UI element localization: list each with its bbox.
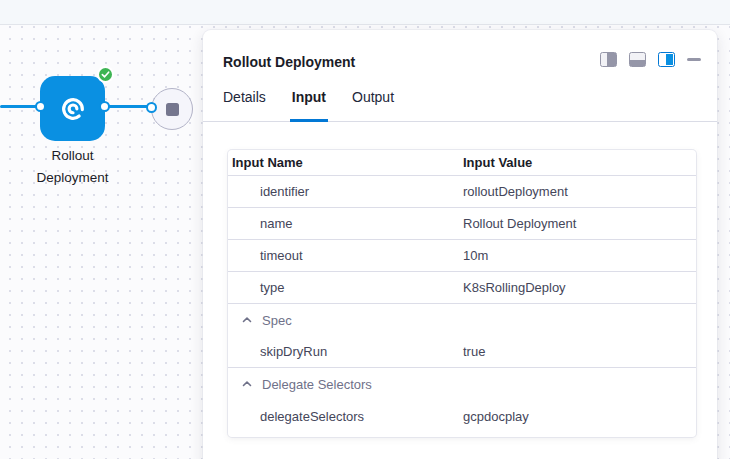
input-name-cell: identifier — [228, 184, 463, 199]
success-check-icon — [101, 70, 110, 79]
dock-right-active-icon[interactable] — [658, 52, 675, 67]
input-name-cell: delegateSelectors — [228, 409, 463, 424]
node-label-line2: Deployment — [12, 167, 133, 189]
node-label: Rollout Deployment — [12, 145, 133, 189]
node-port-left[interactable] — [35, 101, 46, 112]
input-name-cell: name — [228, 216, 463, 231]
rolling-deploy-icon — [57, 93, 89, 125]
input-row-type: typeK8sRollingDeploy — [228, 272, 696, 304]
input-row-name: nameRollout Deployment — [228, 208, 696, 240]
group-label: Spec — [262, 313, 292, 328]
end-node-port-left[interactable] — [146, 102, 157, 113]
input-value-cell: 10m — [463, 248, 696, 263]
input-value-cell: true — [463, 344, 696, 359]
column-header-input-value: Input Value — [463, 155, 696, 170]
input-table: Input Name Input Value identifierrollout… — [228, 150, 696, 437]
chevron-up-icon[interactable] — [241, 314, 253, 326]
tab-input[interactable]: Input — [292, 88, 326, 121]
group-row-spec[interactable]: Spec — [228, 304, 696, 336]
dock-bottom-icon[interactable] — [629, 52, 646, 67]
minimize-icon[interactable] — [687, 58, 701, 61]
chevron-up-icon[interactable] — [241, 378, 253, 390]
tab-output[interactable]: Output — [352, 88, 394, 121]
panel-tabbar: DetailsInputOutput — [203, 88, 717, 122]
input-row-timeout: timeout10m — [228, 240, 696, 272]
column-header-input-name: Input Name — [228, 155, 463, 170]
chevron-up-icon — [241, 314, 253, 326]
top-toolbar — [0, 0, 730, 25]
panel-body: Input Name Input Value identifierrollout… — [203, 122, 717, 437]
input-value-cell: rolloutDeployment — [463, 184, 696, 199]
group-row-delegate-selectors[interactable]: Delegate Selectors — [228, 368, 696, 400]
input-value-cell: gcpdocplay — [463, 409, 696, 424]
stage-end-node[interactable] — [151, 88, 193, 130]
input-name-cell: type — [228, 280, 463, 295]
input-row-identifier: identifierrolloutDeployment — [228, 176, 696, 208]
pipeline-editor-screen: Rollout Deployment Rollout Deployment De… — [0, 0, 730, 459]
step-details-panel: Rollout Deployment DetailsInputOutput In… — [203, 30, 717, 459]
panel-header: Rollout Deployment — [203, 30, 717, 72]
input-value-cell: K8sRollingDeploy — [463, 280, 696, 295]
step-node-rollout-deployment[interactable] — [40, 76, 105, 141]
input-table-header: Input Name Input Value — [228, 150, 696, 176]
dock-split-right-icon[interactable] — [600, 52, 617, 67]
input-row-delegateSelectors: delegateSelectorsgcpdocplay — [228, 400, 696, 432]
group-label: Delegate Selectors — [262, 377, 372, 392]
node-port-right[interactable] — [99, 101, 110, 112]
input-name-cell: timeout — [228, 248, 463, 263]
input-table-rows: identifierrolloutDeploymentnameRollout D… — [228, 176, 696, 432]
input-name-cell: skipDryRun — [228, 344, 463, 359]
stop-square-icon — [166, 103, 179, 116]
chevron-up-icon — [241, 378, 253, 390]
input-row-skipDryRun: skipDryRuntrue — [228, 336, 696, 368]
tab-details[interactable]: Details — [223, 88, 266, 121]
panel-window-controls — [600, 52, 701, 67]
success-badge — [97, 66, 114, 83]
node-label-line1: Rollout — [12, 145, 133, 167]
input-value-cell: Rollout Deployment — [463, 216, 696, 231]
